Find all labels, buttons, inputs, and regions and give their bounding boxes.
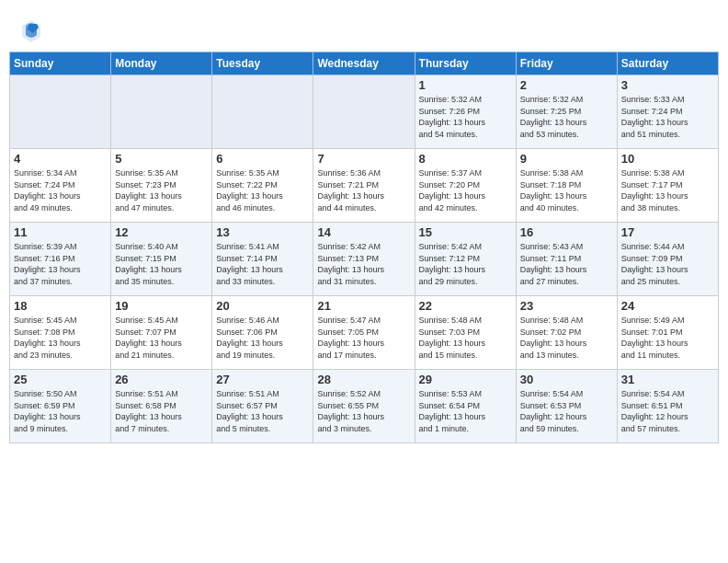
day-info: Sunrise: 5:38 AM Sunset: 7:18 PM Dayligh…	[520, 167, 613, 213]
day-info: Sunrise: 5:52 AM Sunset: 6:55 PM Dayligh…	[317, 388, 410, 434]
calendar-cell: 20Sunrise: 5:46 AM Sunset: 7:06 PM Dayli…	[212, 296, 313, 370]
day-number: 3	[621, 78, 714, 92]
calendar-cell	[313, 75, 415, 149]
weekday-header: Friday	[516, 52, 617, 75]
calendar-cell: 14Sunrise: 5:42 AM Sunset: 7:13 PM Dayli…	[313, 223, 415, 296]
day-info: Sunrise: 5:35 AM Sunset: 7:22 PM Dayligh…	[216, 167, 309, 213]
calendar-cell: 1Sunrise: 5:32 AM Sunset: 7:26 PM Daylig…	[415, 75, 516, 149]
day-number: 16	[520, 225, 613, 239]
weekday-header: Monday	[111, 52, 212, 75]
day-info: Sunrise: 5:34 AM Sunset: 7:24 PM Dayligh…	[14, 167, 107, 213]
day-info: Sunrise: 5:48 AM Sunset: 7:03 PM Dayligh…	[419, 315, 512, 361]
day-number: 24	[621, 299, 714, 313]
day-number: 10	[621, 152, 714, 166]
day-number: 29	[419, 373, 512, 386]
calendar-cell: 12Sunrise: 5:40 AM Sunset: 7:15 PM Dayli…	[111, 223, 212, 296]
day-info: Sunrise: 5:50 AM Sunset: 6:59 PM Dayligh…	[14, 388, 107, 434]
day-info: Sunrise: 5:46 AM Sunset: 7:06 PM Dayligh…	[216, 315, 309, 361]
logo	[18, 17, 46, 42]
day-number: 4	[14, 152, 107, 166]
calendar-cell	[111, 75, 212, 149]
day-number: 8	[419, 152, 512, 166]
day-info: Sunrise: 5:45 AM Sunset: 7:07 PM Dayligh…	[115, 315, 208, 361]
day-info: Sunrise: 5:48 AM Sunset: 7:02 PM Dayligh…	[520, 315, 613, 361]
day-info: Sunrise: 5:32 AM Sunset: 7:25 PM Dayligh…	[520, 94, 613, 140]
day-number: 7	[317, 152, 410, 166]
weekday-header: Saturday	[617, 52, 718, 75]
calendar-cell: 17Sunrise: 5:44 AM Sunset: 7:09 PM Dayli…	[617, 223, 718, 296]
day-info: Sunrise: 5:44 AM Sunset: 7:09 PM Dayligh…	[621, 241, 714, 287]
day-number: 30	[520, 373, 613, 386]
calendar-cell: 4Sunrise: 5:34 AM Sunset: 7:24 PM Daylig…	[10, 149, 111, 223]
day-info: Sunrise: 5:37 AM Sunset: 7:20 PM Dayligh…	[419, 167, 512, 213]
day-info: Sunrise: 5:45 AM Sunset: 7:08 PM Dayligh…	[14, 315, 107, 361]
calendar-cell: 10Sunrise: 5:38 AM Sunset: 7:17 PM Dayli…	[617, 149, 718, 223]
calendar-cell	[10, 75, 111, 149]
calendar-cell: 27Sunrise: 5:51 AM Sunset: 6:57 PM Dayli…	[212, 370, 313, 443]
day-number: 14	[317, 225, 410, 239]
calendar-cell: 3Sunrise: 5:33 AM Sunset: 7:24 PM Daylig…	[617, 75, 718, 149]
day-info: Sunrise: 5:43 AM Sunset: 7:11 PM Dayligh…	[520, 241, 613, 287]
day-number: 27	[216, 373, 309, 386]
calendar-cell: 24Sunrise: 5:49 AM Sunset: 7:01 PM Dayli…	[617, 296, 718, 370]
day-info: Sunrise: 5:39 AM Sunset: 7:16 PM Dayligh…	[14, 241, 107, 287]
calendar-row: 25Sunrise: 5:50 AM Sunset: 6:59 PM Dayli…	[10, 370, 719, 443]
calendar-cell: 15Sunrise: 5:42 AM Sunset: 7:12 PM Dayli…	[415, 223, 516, 296]
calendar-table: SundayMondayTuesdayWednesdayThursdayFrid…	[9, 52, 719, 443]
day-number: 13	[216, 225, 309, 239]
day-info: Sunrise: 5:32 AM Sunset: 7:26 PM Dayligh…	[419, 94, 512, 140]
calendar-cell: 30Sunrise: 5:54 AM Sunset: 6:53 PM Dayli…	[516, 370, 617, 443]
calendar-cell: 23Sunrise: 5:48 AM Sunset: 7:02 PM Dayli…	[516, 296, 617, 370]
calendar-cell	[212, 75, 313, 149]
day-info: Sunrise: 5:47 AM Sunset: 7:05 PM Dayligh…	[317, 315, 410, 361]
day-info: Sunrise: 5:38 AM Sunset: 7:17 PM Dayligh…	[621, 167, 714, 213]
calendar-cell: 8Sunrise: 5:37 AM Sunset: 7:20 PM Daylig…	[415, 149, 516, 223]
calendar-cell: 2Sunrise: 5:32 AM Sunset: 7:25 PM Daylig…	[516, 75, 617, 149]
calendar-cell: 19Sunrise: 5:45 AM Sunset: 7:07 PM Dayli…	[111, 296, 212, 370]
day-info: Sunrise: 5:54 AM Sunset: 6:53 PM Dayligh…	[520, 388, 613, 434]
calendar-cell: 28Sunrise: 5:52 AM Sunset: 6:55 PM Dayli…	[313, 370, 415, 443]
day-number: 1	[419, 78, 512, 92]
day-number: 18	[14, 299, 107, 313]
calendar-cell: 22Sunrise: 5:48 AM Sunset: 7:03 PM Dayli…	[415, 296, 516, 370]
weekday-header: Tuesday	[212, 52, 313, 75]
weekday-header: Thursday	[415, 52, 516, 75]
calendar-cell: 18Sunrise: 5:45 AM Sunset: 7:08 PM Dayli…	[10, 296, 111, 370]
calendar-cell: 25Sunrise: 5:50 AM Sunset: 6:59 PM Dayli…	[10, 370, 111, 443]
day-number: 12	[115, 225, 208, 239]
calendar-cell: 6Sunrise: 5:35 AM Sunset: 7:22 PM Daylig…	[212, 149, 313, 223]
day-number: 22	[419, 299, 512, 313]
day-number: 25	[14, 373, 107, 386]
day-number: 23	[520, 299, 613, 313]
day-number: 26	[115, 373, 208, 386]
day-info: Sunrise: 5:51 AM Sunset: 6:57 PM Dayligh…	[216, 388, 309, 434]
day-number: 6	[216, 152, 309, 166]
day-info: Sunrise: 5:54 AM Sunset: 6:51 PM Dayligh…	[621, 388, 714, 434]
calendar-row: 18Sunrise: 5:45 AM Sunset: 7:08 PM Dayli…	[10, 296, 719, 370]
calendar-row: 4Sunrise: 5:34 AM Sunset: 7:24 PM Daylig…	[10, 149, 719, 223]
day-info: Sunrise: 5:35 AM Sunset: 7:23 PM Dayligh…	[115, 167, 208, 213]
day-number: 17	[621, 225, 714, 239]
calendar-row: 1Sunrise: 5:32 AM Sunset: 7:26 PM Daylig…	[10, 75, 719, 149]
calendar-cell: 26Sunrise: 5:51 AM Sunset: 6:58 PM Dayli…	[111, 370, 212, 443]
day-number: 5	[115, 152, 208, 166]
calendar-header-row: SundayMondayTuesdayWednesdayThursdayFrid…	[10, 52, 719, 75]
day-info: Sunrise: 5:53 AM Sunset: 6:54 PM Dayligh…	[419, 388, 512, 434]
calendar-cell: 13Sunrise: 5:41 AM Sunset: 7:14 PM Dayli…	[212, 223, 313, 296]
day-number: 31	[621, 373, 714, 386]
day-info: Sunrise: 5:42 AM Sunset: 7:12 PM Dayligh…	[419, 241, 512, 287]
calendar-cell: 31Sunrise: 5:54 AM Sunset: 6:51 PM Dayli…	[617, 370, 718, 443]
day-number: 28	[317, 373, 410, 386]
calendar-cell: 9Sunrise: 5:38 AM Sunset: 7:18 PM Daylig…	[516, 149, 617, 223]
calendar-cell: 16Sunrise: 5:43 AM Sunset: 7:11 PM Dayli…	[516, 223, 617, 296]
calendar-cell: 7Sunrise: 5:36 AM Sunset: 7:21 PM Daylig…	[313, 149, 415, 223]
day-number: 11	[14, 225, 107, 239]
day-info: Sunrise: 5:49 AM Sunset: 7:01 PM Dayligh…	[621, 315, 714, 361]
day-number: 21	[317, 299, 410, 313]
calendar-cell: 5Sunrise: 5:35 AM Sunset: 7:23 PM Daylig…	[111, 149, 212, 223]
day-info: Sunrise: 5:33 AM Sunset: 7:24 PM Dayligh…	[621, 94, 714, 140]
weekday-header: Wednesday	[313, 52, 415, 75]
day-number: 19	[115, 299, 208, 313]
page-header	[9, 9, 719, 46]
calendar-cell: 21Sunrise: 5:47 AM Sunset: 7:05 PM Dayli…	[313, 296, 415, 370]
